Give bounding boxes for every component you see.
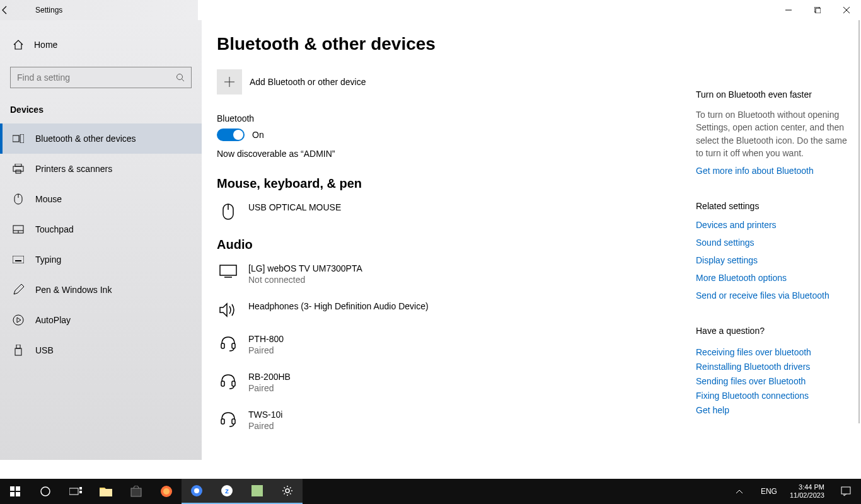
printer-icon [13,163,24,175]
help-link[interactable]: Fixing Bluetooth connections [696,391,847,401]
device-status: Not connected [248,275,362,285]
svg-rect-6 [20,134,24,143]
device-name: TWS-10i [248,410,282,420]
add-device-label: Add Bluetooth or other device [250,77,366,87]
chrome-icon[interactable] [182,479,212,504]
bluetooth-state: On [252,130,264,140]
headset-icon [218,372,238,389]
help-link[interactable]: Reinstalling Bluetooth drivers [696,362,847,372]
titlebar: Settings [0,0,861,20]
svg-rect-15 [13,256,24,263]
svg-rect-33 [232,381,235,386]
tip-body: To turn on Bluetooth without opening Set… [696,108,847,159]
home-button[interactable]: Home [0,34,202,55]
nav-label: AutoPlay [35,315,71,325]
svg-rect-36 [10,486,14,491]
close-button[interactable] [832,0,861,20]
svg-rect-43 [79,491,82,493]
related-link[interactable]: Devices and printers [696,220,847,230]
autoplay-icon [13,314,24,326]
svg-rect-31 [232,343,235,348]
nav-label: Touchpad [35,224,74,234]
search-box[interactable] [10,67,192,88]
touchpad-icon [13,224,24,235]
svg-point-21 [13,315,23,325]
nav-mouse[interactable]: Mouse [0,184,202,214]
svg-rect-37 [16,486,20,491]
svg-rect-7 [15,164,21,166]
devices-icon [13,133,24,144]
nav-label: Typing [35,255,61,265]
svg-point-53 [286,489,289,493]
date: 11/02/2023 [790,491,824,500]
nav-printers[interactable]: Printers & scanners [0,154,202,184]
svg-rect-35 [232,419,235,424]
nav-autoplay[interactable]: AutoPlay [0,305,202,335]
start-button[interactable] [0,479,30,504]
headset-icon [218,334,238,352]
sidebar-category: Devices [0,105,202,123]
help-link[interactable]: Sending files over Bluetooth [696,376,847,386]
help-link[interactable]: Receiving files over bluetooth [696,347,847,357]
related-link[interactable]: Sound settings [696,238,847,248]
question-title: Have a question? [696,326,847,336]
nav-label: USB [35,345,54,355]
svg-rect-38 [10,492,14,496]
settings-icon[interactable] [272,479,303,504]
plus-icon [217,69,242,94]
device-status: Paired [248,383,291,393]
minimize-button[interactable] [774,0,803,20]
search-input[interactable] [17,72,176,83]
bluetooth-toggle[interactable] [217,129,245,141]
svg-rect-39 [16,492,20,496]
svg-rect-41 [69,488,78,495]
mouse-icon [13,193,24,205]
related-link[interactable]: Display settings [696,255,847,265]
home-label: Home [34,40,57,50]
firefox-icon[interactable] [151,479,182,504]
pen-icon [13,284,24,295]
svg-rect-28 [220,265,236,275]
tip-link[interactable]: Get more info about Bluetooth [696,166,847,176]
time: 3:44 PM [790,483,824,491]
svg-rect-52 [251,485,263,496]
scrollbar[interactable] [858,20,860,423]
notes-icon[interactable] [242,479,272,504]
zalo-icon[interactable]: Z [212,479,242,504]
cortana-button[interactable] [30,479,61,504]
right-panel: Turn on Bluetooth even faster To turn on… [696,89,847,440]
maximize-button[interactable] [803,0,832,20]
nav-usb[interactable]: USB [0,335,202,365]
svg-rect-23 [15,348,21,355]
usb-icon [13,345,24,356]
svg-rect-42 [79,487,82,490]
svg-point-47 [163,488,170,495]
nav-bluetooth[interactable]: Bluetooth & other devices [0,123,202,154]
headset-icon [218,410,238,427]
search-icon [176,73,185,82]
nav-pen[interactable]: Pen & Windows Ink [0,275,202,305]
svg-rect-45 [131,488,141,496]
speaker-icon [218,301,238,318]
device-name: [LG] webOS TV UM7300PTA [248,263,362,273]
related-link[interactable]: More Bluetooth options [696,273,847,283]
taskview-button[interactable] [61,479,91,504]
notifications-icon[interactable] [831,479,861,504]
nav-touchpad[interactable]: Touchpad [0,214,202,244]
tray-chevron-icon[interactable] [724,479,754,504]
language-indicator[interactable]: ENG [754,487,783,496]
back-button[interactable] [0,5,30,15]
svg-rect-32 [221,381,224,386]
home-icon [13,39,24,50]
related-link[interactable]: Send or receive files via Bluetooth [696,290,847,301]
svg-rect-22 [16,345,20,348]
help-link[interactable]: Get help [696,405,847,415]
explorer-icon[interactable] [91,479,121,504]
store-icon[interactable] [121,479,151,504]
device-name: Headphones (3- High Definition Audio Dev… [248,301,429,311]
related-title: Related settings [696,201,847,211]
nav-typing[interactable]: Typing [0,244,202,275]
nav-label: Bluetooth & other devices [35,134,136,144]
nav-label: Printers & scanners [35,164,112,174]
clock[interactable]: 3:44 PM 11/02/2023 [783,483,831,500]
